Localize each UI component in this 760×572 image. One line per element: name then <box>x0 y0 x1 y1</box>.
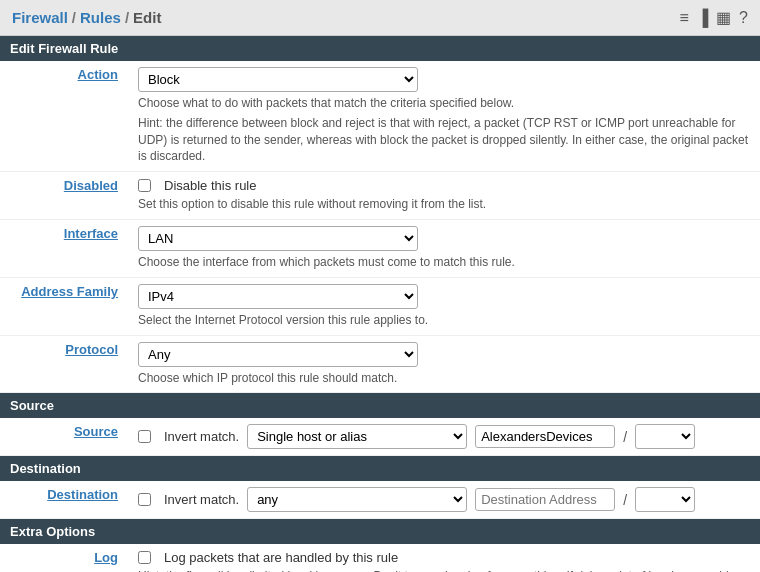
log-checkbox-label: Log packets that are handled by this rul… <box>164 550 398 565</box>
source-slash: / <box>623 429 627 445</box>
edit-rule-header: Edit Firewall Rule <box>0 36 760 61</box>
protocol-label: Protocol <box>0 335 130 393</box>
destination-type-select[interactable]: any Single host or alias Network <box>247 487 467 512</box>
address-family-value-cell: IPv4 IPv6 IPv4+IPv6 Select the Internet … <box>130 277 760 335</box>
action-value-cell: Block Pass Reject Choose what to do with… <box>130 61 760 172</box>
destination-slash: / <box>623 492 627 508</box>
address-family-link[interactable]: Address Family <box>21 284 118 299</box>
source-type-select[interactable]: Single host or alias any Network This Fi… <box>247 424 467 449</box>
source-inline: Invert match. Single host or alias any N… <box>138 424 752 449</box>
breadcrumb: Firewall / Rules / Edit <box>12 9 161 26</box>
interface-select[interactable]: LAN WAN LAN2 <box>138 226 418 251</box>
destination-table: Destination Invert match. any Single hos… <box>0 481 760 519</box>
bar-chart-icon[interactable]: ▐ <box>697 9 708 27</box>
protocol-value-cell: Any TCP UDP ICMP Choose which IP protoco… <box>130 335 760 393</box>
top-bar: Firewall / Rules / Edit ≡ ▐ ▦ ? <box>0 0 760 36</box>
log-hint: Hint: the firewall has limited local log… <box>138 568 752 572</box>
protocol-select[interactable]: Any TCP UDP ICMP <box>138 342 418 367</box>
address-family-select[interactable]: IPv4 IPv6 IPv4+IPv6 <box>138 284 418 309</box>
destination-invert-label: Invert match. <box>164 492 239 507</box>
action-label: Action <box>0 61 130 172</box>
address-family-label: Address Family <box>0 277 130 335</box>
source-invert-checkbox[interactable] <box>138 430 151 443</box>
destination-invert-checkbox[interactable] <box>138 493 151 506</box>
breadcrumb-edit: Edit <box>133 9 161 26</box>
help-icon[interactable]: ? <box>739 9 748 27</box>
disabled-row: Disabled Disable this rule Set this opti… <box>0 172 760 220</box>
extra-options-section-header: Extra Options <box>0 519 760 544</box>
top-icons: ≡ ▐ ▦ ? <box>679 8 748 27</box>
sep1: / <box>72 9 76 26</box>
form-table: Action Block Pass Reject Choose what to … <box>0 61 760 393</box>
disabled-checkbox[interactable] <box>138 179 151 192</box>
log-inline: Log packets that are handled by this rul… <box>138 550 752 565</box>
interface-row: Interface LAN WAN LAN2 Choose the interf… <box>0 219 760 277</box>
disabled-value-cell: Disable this rule Set this option to dis… <box>130 172 760 220</box>
destination-mask-select[interactable] <box>635 487 695 512</box>
interface-link[interactable]: Interface <box>64 226 118 241</box>
action-link[interactable]: Action <box>78 67 118 82</box>
destination-value-cell: Invert match. any Single host or alias N… <box>130 481 760 519</box>
destination-link[interactable]: Destination <box>47 487 118 502</box>
interface-value-cell: LAN WAN LAN2 Choose the interface from w… <box>130 219 760 277</box>
protocol-row: Protocol Any TCP UDP ICMP Choose which I… <box>0 335 760 393</box>
interface-hint: Choose the interface from which packets … <box>138 254 752 271</box>
source-invert-label: Invert match. <box>164 429 239 444</box>
source-mask-select[interactable] <box>635 424 695 449</box>
breadcrumb-rules[interactable]: Rules <box>80 9 121 26</box>
action-hint1: Choose what to do with packets that matc… <box>138 95 752 112</box>
disabled-hint: Set this option to disable this rule wit… <box>138 196 752 213</box>
sep2: / <box>125 9 129 26</box>
extra-options-table: Log Log packets that are handled by this… <box>0 544 760 572</box>
interface-label: Interface <box>0 219 130 277</box>
destination-inline: Invert match. any Single host or alias N… <box>138 487 752 512</box>
log-link[interactable]: Log <box>94 550 118 565</box>
action-row: Action Block Pass Reject Choose what to … <box>0 61 760 172</box>
source-label: Source <box>0 418 130 456</box>
disabled-label: Disabled <box>0 172 130 220</box>
source-address-input[interactable] <box>475 425 615 448</box>
source-table: Source Invert match. Single host or alia… <box>0 418 760 456</box>
log-checkbox[interactable] <box>138 551 151 564</box>
log-row: Log Log packets that are handled by this… <box>0 544 760 572</box>
main-container: Edit Firewall Rule Action Block Pass Rej… <box>0 36 760 572</box>
source-value-cell: Invert match. Single host or alias any N… <box>130 418 760 456</box>
action-select[interactable]: Block Pass Reject <box>138 67 418 92</box>
disabled-inline: Disable this rule <box>138 178 752 193</box>
disabled-checkbox-label: Disable this rule <box>164 178 257 193</box>
log-value-cell: Log packets that are handled by this rul… <box>130 544 760 572</box>
destination-section-header: Destination <box>0 456 760 481</box>
destination-address-input[interactable] <box>475 488 615 511</box>
protocol-link[interactable]: Protocol <box>65 342 118 357</box>
breadcrumb-firewall[interactable]: Firewall <box>12 9 68 26</box>
source-section-header: Source <box>0 393 760 418</box>
destination-label: Destination <box>0 481 130 519</box>
disabled-link[interactable]: Disabled <box>64 178 118 193</box>
source-row: Source Invert match. Single host or alia… <box>0 418 760 456</box>
action-hint2: Hint: the difference between block and r… <box>138 115 752 165</box>
settings-icon[interactable]: ≡ <box>679 9 688 27</box>
destination-row: Destination Invert match. any Single hos… <box>0 481 760 519</box>
grid-icon[interactable]: ▦ <box>716 8 731 27</box>
address-family-row: Address Family IPv4 IPv6 IPv4+IPv6 Selec… <box>0 277 760 335</box>
log-label: Log <box>0 544 130 572</box>
address-family-hint: Select the Internet Protocol version thi… <box>138 312 752 329</box>
source-link[interactable]: Source <box>74 424 118 439</box>
protocol-hint: Choose which IP protocol this rule shoul… <box>138 370 752 387</box>
